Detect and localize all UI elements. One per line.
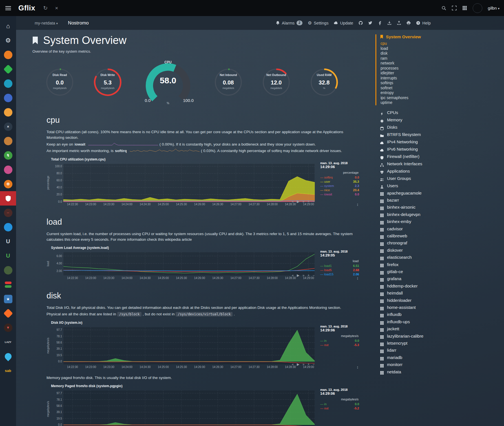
settings-button[interactable]: ⚙Settings: [308, 21, 329, 25]
menu-item-apacheguacamole[interactable]: apacheguacamole: [380, 189, 504, 197]
app-icon-app-teal[interactable]: [0, 76, 16, 91]
menu-item-hddtemp-docker[interactable]: hddtemp-docker: [380, 282, 504, 289]
avatar[interactable]: [473, 3, 482, 13]
menu-sub-load[interactable]: load: [381, 46, 504, 51]
refresh-icon[interactable]: ↻: [43, 5, 48, 11]
menu-item-cadvisor[interactable]: cadvisor: [380, 225, 504, 232]
legend-item-in[interactable]: — in0.0: [320, 339, 359, 343]
menu-item-btrfs-filesystem[interactable]: BTRFS filesystem: [380, 131, 504, 138]
legend-item-system[interactable]: — system2.3: [320, 184, 359, 188]
chart-pan-backward-button[interactable]: «: [292, 200, 294, 203]
menu-item-heimdall[interactable]: heimdall: [380, 289, 504, 296]
chart-play-button[interactable]: ▶: [297, 200, 299, 203]
print-icon[interactable]: [406, 21, 411, 25]
menu-sub-idlejitter[interactable]: idlejitter: [381, 71, 504, 76]
legend-item-load15[interactable]: — load152.06: [320, 272, 359, 276]
chart-pan-backward-button[interactable]: «: [292, 274, 294, 277]
app-icon-netdata-active[interactable]: [0, 191, 16, 206]
menu-sub-cpu[interactable]: cpu: [381, 41, 504, 46]
chart-pan-backward-button[interactable]: «: [292, 363, 294, 366]
menu-item-firefox[interactable]: firefox: [380, 261, 504, 268]
app-icon-app-green-diamond[interactable]: [0, 62, 16, 76]
app-icon-app-dark-x[interactable]: ×: [0, 119, 16, 134]
menu-item-hiddenloader[interactable]: hiddenloader: [380, 297, 504, 304]
app-icon-app-blue[interactable]: [0, 220, 16, 234]
app-icon-app-red-download[interactable]: ▼: [0, 320, 16, 335]
menu-item-disks[interactable]: Disks: [380, 124, 504, 131]
chart-zoom-out-button[interactable]: −: [313, 200, 315, 203]
menu-item-network-interfaces[interactable]: Network Interfaces: [380, 160, 504, 168]
menu-item-calibreweb[interactable]: calibreweb: [380, 232, 504, 239]
chart-pan-forward-button[interactable]: »: [302, 200, 304, 203]
menu-item-netdata[interactable]: netdata: [380, 368, 504, 375]
app-icon-app-green-u[interactable]: U: [0, 249, 16, 263]
menu-item-influxdb[interactable]: influxdb: [380, 311, 504, 318]
menu-item-chronograf[interactable]: chronograf: [380, 239, 504, 246]
menu-sub-disk[interactable]: disk: [381, 51, 504, 56]
menu-item-ipv6-networking[interactable]: IPv6 Networking: [380, 146, 504, 153]
menu-item-cpus[interactable]: CPUs: [380, 109, 504, 116]
facebook-icon[interactable]: [378, 21, 382, 25]
menu-sub-network[interactable]: network: [381, 61, 504, 66]
chart-plot[interactable]: 6.004.002.0014:22:3014:23:0014:23:3014:2…: [50, 251, 317, 280]
menu-item-letsencrypt[interactable]: letsencrypt: [380, 340, 504, 347]
upload-icon[interactable]: [397, 21, 401, 25]
chart-zoom-out-button[interactable]: −: [313, 274, 315, 277]
menu-sub-processes[interactable]: processes: [381, 66, 504, 71]
menu-item-binhex-emby[interactable]: binhex-emby: [380, 218, 504, 225]
menu-item-binhex-delugevpn[interactable]: binhex-delugevpn: [380, 211, 504, 218]
menu-sub-uptime[interactable]: uptime: [381, 100, 504, 105]
user-menu[interactable]: gilbn ▾: [488, 6, 499, 10]
my-netdata-dropdown[interactable]: my-netdata ▾: [35, 21, 58, 25]
chart-plot[interactable]: 97.778.158.639.119.50.014:22:3014:23:001…: [50, 325, 317, 369]
search-icon[interactable]: [441, 6, 446, 10]
menu-sub-ram[interactable]: ram: [381, 56, 504, 61]
legend-item-in[interactable]: — in0.0: [320, 402, 359, 406]
app-icon-sabnzbd[interactable]: sab: [0, 363, 16, 378]
chart-zoom-in-button[interactable]: +: [308, 363, 310, 366]
menu-item-grafana[interactable]: grafana: [380, 275, 504, 282]
app-icon-app-green-bolt[interactable]: ↯: [0, 148, 16, 162]
legend-item-user[interactable]: — user35.3: [320, 180, 359, 184]
app-icon-settings[interactable]: ⚙: [0, 33, 16, 48]
chart-zoom-in-button[interactable]: +: [308, 274, 310, 277]
apps-grid-icon[interactable]: [462, 6, 467, 10]
hamburger-menu-button[interactable]: [0, 0, 16, 16]
menu-item-system-overview[interactable]: System Overview: [380, 34, 504, 39]
app-icon-gitlab[interactable]: [0, 306, 16, 320]
app-icon-app-water-drop[interactable]: [0, 349, 16, 363]
app-icon-app-dark-green[interactable]: [0, 263, 16, 277]
menu-sub-entropy[interactable]: entropy: [381, 90, 504, 95]
github-icon[interactable]: [359, 21, 363, 25]
menu-item-binhex-airsonic[interactable]: binhex-airsonic: [380, 204, 504, 211]
chart-pan-forward-button[interactable]: »: [302, 363, 304, 366]
chart-resize-handle[interactable]: ↕: [357, 365, 359, 369]
close-tab-icon[interactable]: ×: [55, 5, 58, 11]
twitter-icon[interactable]: [368, 21, 372, 25]
menu-item-diskover[interactable]: diskover: [380, 247, 504, 254]
menu-item-gitlab-ce[interactable]: gitlab-ce: [380, 268, 504, 275]
menu-item-users[interactable]: Users: [380, 182, 504, 189]
menu-item-ipv4-networking[interactable]: IPv4 Networking: [380, 138, 504, 146]
legend-item-load1[interactable]: — load16.51: [320, 264, 359, 268]
menu-item-mariadb[interactable]: mariadb: [380, 354, 504, 361]
menu-item-memory[interactable]: Memory: [380, 116, 504, 124]
chart-zoom-out-button[interactable]: −: [313, 363, 315, 366]
menu-item-home-assistant[interactable]: home-assistant: [380, 304, 504, 311]
chart-plot[interactable]: 97.778.158.639.119.50.014:22:3014:23:001…: [50, 389, 317, 426]
alarms-button[interactable]: Alarms2: [276, 21, 302, 25]
chart-pan-forward-button[interactable]: »: [302, 274, 304, 277]
update-button[interactable]: Update: [334, 21, 353, 25]
chart-zoom-in-button[interactable]: +: [308, 200, 310, 203]
app-icon-app-blue-bars[interactable]: [0, 91, 16, 105]
app-icon-app-pink[interactable]: [0, 162, 16, 177]
menu-sub-interrupts[interactable]: interrupts: [381, 76, 504, 81]
menu-sub-ipc-semaphores[interactable]: ipc semaphores: [381, 95, 504, 101]
help-button[interactable]: ?Help: [416, 21, 431, 25]
app-icon-app-pills[interactable]: [0, 277, 16, 292]
legend-item-out[interactable]: — out-5.3: [320, 343, 359, 347]
download-icon[interactable]: [387, 21, 392, 25]
app-icon-app-blue-tile[interactable]: ★: [0, 292, 16, 306]
menu-sub-softirqs[interactable]: softirqs: [381, 81, 504, 86]
menu-item-jackett[interactable]: jackett: [380, 325, 504, 332]
